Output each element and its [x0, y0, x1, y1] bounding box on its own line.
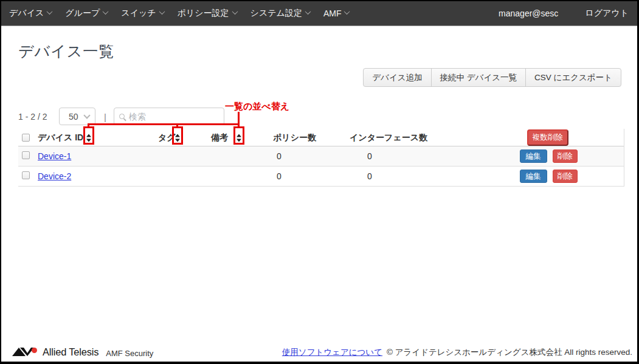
add-device-button[interactable]: デバイス追加 — [363, 68, 431, 87]
row-select-cell — [18, 151, 35, 161]
chevron-down-icon — [344, 9, 350, 15]
nav-right: manager@sesc ログアウト — [499, 8, 630, 19]
search-input[interactable] — [129, 112, 219, 122]
product-name: AMF Security — [106, 349, 153, 358]
page-title: デバイス一覧 — [18, 41, 114, 61]
annotation-highlight-box — [83, 126, 94, 145]
controls-separator: | — [104, 112, 106, 122]
header-actions: 複数削除 — [457, 129, 624, 146]
toolbar: デバイス追加 接続中 デバイス一覧 CSV にエクスポート — [363, 68, 621, 87]
policy-count-cell: 0 — [270, 171, 347, 181]
nav-item-policy-settings[interactable]: ポリシー設定 — [171, 1, 244, 26]
header-label: インターフェース数 — [350, 132, 427, 143]
annotation-highlight-box — [172, 126, 183, 145]
edit-button[interactable]: 編集 — [520, 149, 547, 163]
nav-item-system-settings[interactable]: システム設定 — [244, 1, 317, 26]
row-select-cell — [18, 171, 35, 181]
row-actions: 編集 削除 — [465, 170, 632, 184]
nav-item-label: AMF — [323, 9, 342, 18]
search-box — [114, 108, 224, 125]
device-link[interactable]: Device-1 — [38, 151, 71, 161]
delete-button[interactable]: 削除 — [553, 149, 578, 163]
search-icon — [119, 114, 125, 119]
nav-item-label: ポリシー設定 — [178, 8, 229, 19]
chevron-down-icon — [232, 9, 238, 15]
annotation-highlight-box — [233, 126, 244, 145]
top-navbar: デバイス グループ スイッチ ポリシー設定 システム設定 AMF manager… — [1, 1, 637, 26]
edit-button[interactable]: 編集 — [520, 170, 547, 184]
device-link[interactable]: Device-2 — [38, 171, 71, 181]
row-actions: 編集 削除 — [465, 149, 632, 163]
annotation-sort-label: 一覧の並べ替え — [225, 101, 289, 112]
nav-item-label: デバイス — [9, 8, 44, 19]
delete-button[interactable]: 削除 — [553, 170, 578, 184]
header-device-id: デバイス ID — [35, 129, 155, 146]
chevron-down-icon — [47, 9, 53, 15]
allied-telesis-logo-icon — [12, 347, 38, 357]
export-csv-button[interactable]: CSV にエクスポート — [525, 68, 621, 87]
nav-item-label: システム設定 — [250, 8, 302, 19]
chevron-down-icon — [305, 9, 311, 15]
row-checkbox[interactable] — [22, 151, 30, 159]
logged-in-user: manager@sesc — [499, 9, 558, 18]
logout-button[interactable]: ログアウト — [584, 8, 630, 19]
header-select-cell — [18, 129, 35, 146]
table-header-row: デバイス ID タグ 備考 ポリシー数 インターフェース数 複数削除 — [18, 129, 624, 146]
chevron-down-icon — [159, 9, 165, 15]
nav-item-amf[interactable]: AMF — [317, 1, 356, 26]
interface-count-cell: 0 — [347, 151, 457, 161]
header-label: ポリシー数 — [273, 132, 316, 143]
header-policy-count: ポリシー数 — [270, 129, 347, 146]
table-row: Device-2 0 0 編集 削除 — [18, 167, 624, 187]
interface-count-cell: 0 — [347, 171, 457, 181]
nav-item-devices[interactable]: デバイス — [2, 1, 58, 26]
table-row: Device-1 0 0 編集 削除 — [18, 146, 624, 167]
annotation-connector-line — [88, 123, 240, 125]
page-size-select[interactable]: 50 — [59, 108, 95, 125]
footer-right: 使用ソフトウェアについて © アライドテレシスホールディングス株式会社 All … — [282, 347, 632, 358]
policy-count-cell: 0 — [270, 151, 347, 161]
copyright-text: © アライドテレシスホールディングス株式会社 All rights reserv… — [387, 347, 632, 358]
nav-item-groups[interactable]: グループ — [58, 1, 114, 26]
connected-devices-button[interactable]: 接続中 デバイス一覧 — [431, 68, 527, 87]
nav-item-label: グループ — [65, 8, 100, 19]
nav-item-switches[interactable]: スイッチ — [114, 1, 170, 26]
chevron-down-icon — [103, 9, 109, 15]
header-label: 備考 — [211, 132, 228, 143]
header-label: デバイス ID — [38, 132, 83, 143]
nav-item-label: スイッチ — [121, 8, 156, 19]
chevron-down-icon — [83, 112, 90, 118]
footer: Allied Telesis AMF Security 使用ソフトウェアについて… — [1, 343, 637, 362]
page-size-value: 50 — [69, 112, 78, 122]
row-checkbox[interactable] — [22, 171, 30, 179]
device-table: デバイス ID タグ 備考 ポリシー数 インターフェース数 複数削除 Devic… — [18, 129, 624, 187]
nav-menu: デバイス グループ スイッチ ポリシー設定 システム設定 AMF — [2, 1, 356, 26]
device-id-cell: Device-1 — [35, 151, 155, 161]
select-all-checkbox[interactable] — [22, 134, 30, 142]
bulk-delete-button[interactable]: 複数削除 — [527, 129, 568, 146]
software-info-link[interactable]: 使用ソフトウェアについて — [282, 347, 382, 358]
device-id-cell: Device-2 — [35, 171, 155, 181]
header-interface-count: インターフェース数 — [347, 129, 457, 146]
brand-name: Allied Telesis — [43, 346, 98, 358]
pagination-range: 1 - 2 / 2 — [18, 112, 47, 122]
